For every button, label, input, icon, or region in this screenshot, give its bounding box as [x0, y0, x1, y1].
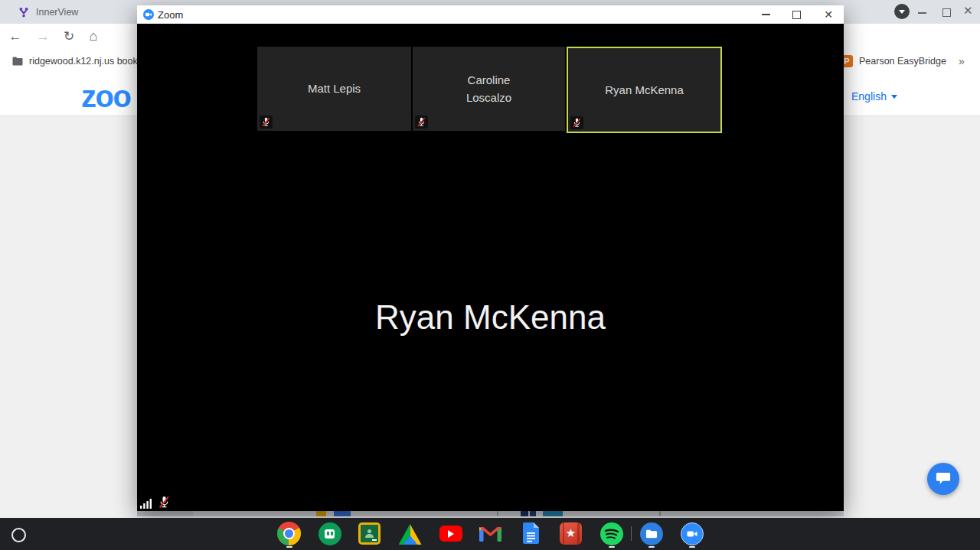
participant-tile-caroline[interactable]: Caroline Loscalzo	[413, 47, 565, 131]
signal-bars-icon	[140, 497, 152, 509]
forward-icon[interactable]: →	[34, 24, 52, 49]
zoom-titlebar[interactable]: Zoom ✕	[137, 5, 844, 24]
peek-segment	[137, 511, 193, 516]
shelf: ★	[0, 518, 980, 550]
participant-name: Ryan McKenna	[605, 81, 684, 99]
zoom-close-button[interactable]: ✕	[818, 5, 838, 24]
participant-tile-matt[interactable]: Matt Lepis	[257, 47, 411, 131]
wunderlist-star-icon: ★	[566, 526, 576, 540]
language-caret-icon	[891, 95, 897, 99]
bookmarks-overflow-icon[interactable]: »	[959, 49, 965, 74]
peek-divider	[497, 511, 498, 516]
mic-muted-icon	[570, 116, 583, 129]
running-indicator	[609, 546, 615, 548]
browser-minimize-icon[interactable]	[918, 12, 926, 14]
shelf-app-youtube-icon[interactable]	[439, 522, 462, 545]
peek-favicon-navy2	[530, 511, 536, 516]
browser-tab-innerview[interactable]: InnerView	[6, 0, 136, 24]
bookmarks-folder-icon	[12, 57, 23, 66]
language-selector[interactable]: English	[851, 90, 897, 103]
running-indicator	[689, 546, 695, 548]
peek-favicon-teal	[543, 511, 563, 516]
participant-strip: Matt Lepis Caroline Loscalzo Ryan McKenn…	[257, 47, 722, 133]
browser-close-icon[interactable]: ✕	[963, 4, 973, 18]
bookmark-ridgewood[interactable]: ridgewood.k12.nj.us bookma	[29, 49, 151, 74]
running-indicator	[286, 546, 292, 548]
shelf-separator	[631, 526, 632, 541]
shelf-app-chrome-icon[interactable]	[277, 522, 301, 545]
peek-divider2	[659, 511, 661, 516]
mic-muted-icon	[158, 496, 171, 509]
shelf-app-hangouts-icon[interactable]	[318, 522, 341, 545]
peek-favicon-blue	[334, 511, 351, 516]
back-icon[interactable]: ←	[6, 24, 24, 49]
shelf-app-docs-icon[interactable]	[519, 521, 543, 545]
background-window-edge	[137, 511, 844, 516]
active-speaker-name: Ryan McKenna	[137, 295, 844, 340]
language-label: English	[851, 90, 887, 103]
zoom-window: Zoom ✕ Matt Lepis Caroline Loscalzo	[137, 5, 844, 511]
launcher-button[interactable]	[11, 528, 26, 542]
zoom-maximize-button[interactable]	[786, 5, 806, 24]
zoom-window-title: Zoom	[158, 9, 183, 21]
peek-favicon-yellow	[316, 511, 326, 516]
mic-muted-icon	[260, 116, 273, 129]
innerview-favicon-icon	[18, 7, 29, 18]
screen: InnerView ✕ ← → ↻ ⌂ us0 R C Tp ⋮	[0, 0, 980, 550]
meeting-status-icons	[140, 496, 171, 509]
browser-restore-icon[interactable]	[942, 8, 951, 17]
zoom-meeting-canvas: Matt Lepis Caroline Loscalzo Ryan McKenn…	[137, 24, 844, 511]
zoom-minimize-button[interactable]	[756, 5, 776, 24]
bookmark-pearson[interactable]: Pearson EasyBridge	[859, 49, 946, 74]
shelf-app-wunderlist-icon[interactable]: ★	[559, 522, 583, 545]
zoom-app-titlebar-icon	[143, 9, 154, 20]
mic-muted-icon	[415, 116, 428, 129]
chat-bubble-icon	[936, 472, 951, 486]
peek-favicon-navy	[521, 511, 528, 516]
home-icon[interactable]: ⌂	[84, 24, 103, 49]
support-chat-button[interactable]	[927, 463, 959, 495]
shelf-app-zoom-icon[interactable]	[680, 522, 704, 545]
reload-icon[interactable]: ↻	[60, 24, 78, 49]
participant-name: Matt Lepis	[308, 80, 361, 97]
profile-caret-icon	[899, 10, 905, 14]
shelf-app-classroom-icon[interactable]	[358, 522, 381, 545]
shelf-app-gmail-icon[interactable]	[479, 522, 502, 545]
running-indicator	[648, 546, 655, 548]
shelf-app-files-icon[interactable]	[639, 522, 663, 545]
shelf-app-spotify-icon[interactable]	[599, 522, 623, 545]
tab-title: InnerView	[36, 7, 78, 18]
participant-name: Caroline Loscalzo	[444, 71, 534, 107]
profile-avatar[interactable]	[894, 4, 910, 19]
shelf-app-drive-icon[interactable]	[398, 522, 422, 546]
participant-tile-ryan-active[interactable]: Ryan McKenna	[567, 47, 722, 133]
zoom-logo[interactable]: zoo	[81, 80, 130, 114]
